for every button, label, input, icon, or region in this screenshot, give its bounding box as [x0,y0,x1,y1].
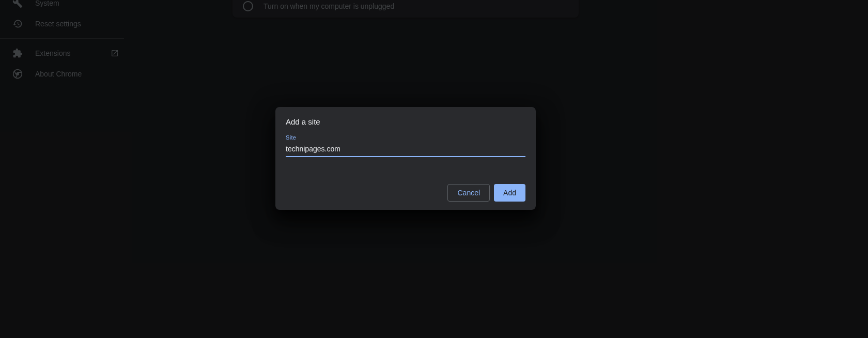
add-button[interactable]: Add [494,184,525,202]
site-input[interactable] [286,142,525,157]
cancel-button[interactable]: Cancel [447,184,490,202]
site-input-label: Site [286,134,525,141]
dialog-title: Add a site [286,117,525,126]
dialog-actions: Cancel Add [286,184,525,202]
add-site-dialog: Add a site Site Cancel Add [275,107,536,210]
